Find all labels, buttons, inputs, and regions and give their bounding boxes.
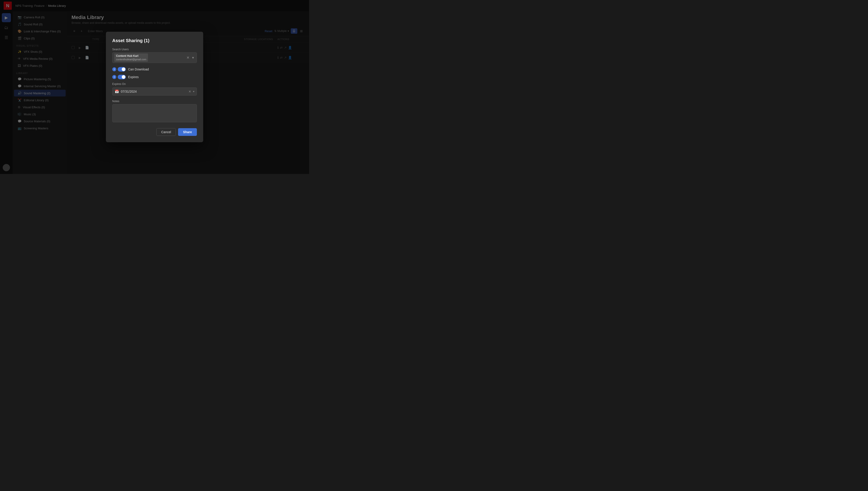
expires-indicator: I — [112, 75, 116, 79]
share-button[interactable]: Share — [178, 128, 197, 136]
expires-row: I Expires — [112, 75, 197, 79]
calendar-icon: 📅 — [115, 89, 119, 93]
can-download-row: I Can Download — [112, 67, 197, 71]
user-tag: Content Hub Karl contenthubkarl@gmail.co… — [114, 53, 148, 62]
can-download-indicator: I — [112, 67, 116, 71]
user-email: contenthubkarl@gmail.com — [116, 58, 146, 61]
notes-label: Notes — [112, 99, 197, 103]
expires-toggle[interactable] — [118, 75, 126, 79]
date-value: 07/31/2024 — [121, 90, 187, 93]
clear-date-button[interactable]: ✕ — [188, 90, 191, 93]
modal-footer: Cancel Share — [112, 128, 197, 136]
expires-label: Expires — [128, 75, 139, 79]
modal-overlay: Asset Sharing (1) Search Users Content H… — [0, 0, 309, 174]
expires-toggle-wrap: I — [112, 75, 126, 79]
notes-textarea[interactable] — [112, 104, 197, 122]
can-download-label: Can Download — [128, 67, 149, 71]
user-search-box[interactable]: Content Hub Karl contenthubkarl@gmail.co… — [112, 52, 197, 63]
can-download-toggle[interactable] — [118, 67, 126, 71]
search-users-label: Search Users — [112, 48, 197, 51]
asset-sharing-modal: Asset Sharing (1) Search Users Content H… — [106, 32, 203, 142]
expires-on-label: Expires On — [112, 82, 197, 86]
cancel-button[interactable]: Cancel — [156, 128, 176, 136]
expand-users-button[interactable]: ▾ — [191, 55, 195, 60]
can-download-toggle-wrap: I — [112, 67, 126, 71]
modal-title: Asset Sharing (1) — [112, 38, 197, 43]
user-name: Content Hub Karl — [116, 54, 146, 58]
date-input-box[interactable]: 📅 07/31/2024 ✕ ▾ — [112, 87, 197, 95]
clear-user-button[interactable]: ✕ — [186, 55, 190, 60]
expand-date-button[interactable]: ▾ — [193, 90, 194, 93]
